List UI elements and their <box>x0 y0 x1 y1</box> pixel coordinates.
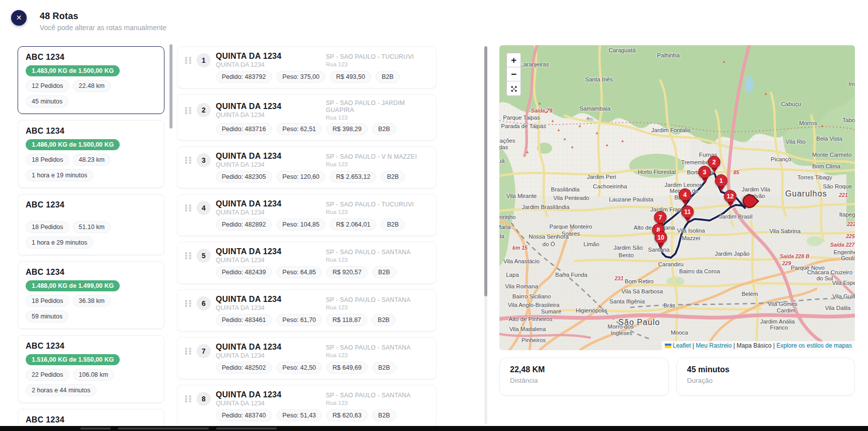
drag-handle-icon[interactable]: ●●●●●● <box>185 395 192 402</box>
stop-number-badge: 3 <box>197 153 211 167</box>
stop-card[interactable]: ●●●●●● 6 QUINTA DA 1234 QUINTA DA 1234 S… <box>177 289 437 332</box>
drag-handle-icon[interactable]: ●●●●●● <box>185 156 192 164</box>
route-plate: ABC 1234 <box>26 415 156 424</box>
stop-card[interactable]: ●●●●●● 1 QUINTA DA 1234 QUINTA DA 1234 S… <box>177 46 437 88</box>
distance-value: 22,48 KM <box>510 365 658 374</box>
stop-pill: B2B <box>372 314 396 326</box>
stop-card[interactable]: ●●●●●● 2 QUINTA DA 1234 QUINTA DA 1234 S… <box>177 94 437 141</box>
stop-pill: Peso: 64,85 <box>277 266 322 278</box>
stops-scrollbar-thumb[interactable] <box>484 46 487 296</box>
stop-pill: Pedido: 483792 <box>216 71 272 83</box>
route-pill: 106.08 km <box>73 369 114 381</box>
drag-handle-icon[interactable]: ●●●●●● <box>185 106 192 114</box>
stop-pill: R$ 493,50 <box>330 71 371 83</box>
route-pills: 18 Pedidos48.23 km1 hora e 19 minutos <box>26 154 156 181</box>
attribution-separator: | <box>692 342 694 349</box>
stop-street: Rua 123 <box>326 400 429 406</box>
route-pill: 18 Pedidos <box>26 154 69 166</box>
route-card[interactable]: ABC 1234 1.488,00 KG de 1.499,00 KG 18 P… <box>18 261 164 329</box>
stop-subtitle: QUINTA DA 1234 <box>216 257 282 264</box>
stop-location: SP - SAO PAULO - SANTANA <box>326 344 429 351</box>
stop-card[interactable]: ●●●●●● 5 QUINTA DA 1234 QUINTA DA 1234 S… <box>177 242 437 284</box>
drag-handle-icon[interactable]: ●●●●●● <box>185 299 192 307</box>
stop-location: SP - SAO PAULO - V N MAZZEI <box>326 153 429 160</box>
route-pill: 45 minutos <box>26 95 68 107</box>
map-styles-link[interactable]: Explore os estilos de mapas <box>776 342 852 349</box>
route-pills: 18 Pedidos36.38 km59 minutos <box>26 295 156 322</box>
stop-number-badge: 1 <box>197 53 211 67</box>
stop-number-badge: 5 <box>197 249 211 263</box>
close-button[interactable]: ✕ <box>11 10 27 26</box>
stop-marker-3[interactable]: 3 <box>699 170 711 182</box>
stop-street: Rua 123 <box>326 61 429 67</box>
route-card[interactable]: ABC 1234 18 Pedidos51.10 km1 hora e 29 m… <box>18 194 164 255</box>
stop-pill: Peso: 375,00 <box>277 71 326 83</box>
fit-bounds-button[interactable] <box>507 81 520 95</box>
route-card[interactable]: ABC 1234 1.486,00 KG de 1.500,00 KG 18 P… <box>18 120 164 188</box>
route-pills: 22 Pedidos106.08 km2 horas e 44 minutos <box>26 369 156 396</box>
drag-handle-icon[interactable]: ●●●●●● <box>185 204 192 211</box>
stop-title: QUINTA DA 1234 <box>216 247 282 256</box>
route-pill: 36.38 km <box>73 295 111 307</box>
zoom-out-button[interactable]: − <box>507 67 520 81</box>
drag-handle-icon[interactable]: ●●●●●● <box>185 56 192 64</box>
map-base-layer <box>499 45 855 350</box>
stop-pill: R$ 118,87 <box>326 314 367 326</box>
route-planner-app: ✕ 48 Rotas Você pode alterar as rotas ma… <box>0 0 868 431</box>
stop-title: QUINTA DA 1234 <box>216 199 282 208</box>
meu-rastreio-link[interactable]: Meu Rastreio <box>696 342 732 349</box>
stop-marker-12[interactable]: 12 <box>724 194 737 206</box>
stop-card[interactable]: ●●●●●● 4 QUINTA DA 1234 QUINTA DA 1234 S… <box>177 194 437 236</box>
stop-subtitle: QUINTA DA 1234 <box>216 352 282 359</box>
route-card[interactable]: ABC 1234 1.483,00 KG de 1.500,00 KG 12 P… <box>18 46 164 114</box>
stop-marker-4[interactable]: 4 <box>679 192 691 205</box>
leaflet-link[interactable]: Leaflet <box>673 342 691 349</box>
stop-marker-11[interactable]: 11 <box>681 209 694 222</box>
stop-subtitle: QUINTA DA 1234 <box>216 209 282 216</box>
stops-list: ●●●●●● 1 QUINTA DA 1234 QUINTA DA 1234 S… <box>177 46 437 428</box>
stop-marker-10[interactable]: 10 <box>655 235 667 248</box>
weight-badge <box>26 213 156 218</box>
stop-pill: B2B <box>372 123 396 135</box>
stop-pill: Pedido: 482439 <box>216 266 272 278</box>
route-card[interactable]: ABC 1234 1.536,00 KG de 1.550,00 KG 23 P… <box>18 409 164 428</box>
stop-subtitle: QUINTA DA 1234 <box>216 400 282 407</box>
stop-street: Rua 123 <box>326 352 429 358</box>
route-pill: 22 Pedidos <box>26 369 69 381</box>
stop-subtitle: QUINTA DA 1234 <box>216 304 282 311</box>
attribution-separator: | <box>773 342 774 349</box>
route-map[interactable]: CaraguatáPalhinhaLaranjeirasSanta InêsIn… <box>499 45 855 350</box>
weight-badge: 1.483,00 KG de 1.500,00 KG <box>26 65 120 76</box>
stop-location: SP - SAO PAULO - SANTANA <box>326 392 429 399</box>
page-subtitle: Você pode alterar as rotas manualmente <box>40 24 166 32</box>
stop-pills: Pedido: 482305Peso: 120,60R$ 2.653,12B2B <box>216 171 429 183</box>
distance-card: 22,48 KM Distância <box>499 358 669 396</box>
duration-value: 45 minutos <box>687 365 844 374</box>
stop-pill: Pedido: 483716 <box>216 123 272 135</box>
routes-scrollbar-thumb[interactable] <box>169 44 172 129</box>
stop-pills: Pedido: 483792Peso: 375,00R$ 493,50B2B <box>216 71 429 83</box>
stop-pill: B2B <box>372 362 396 374</box>
map-zoom-controls: + − <box>506 52 522 96</box>
stop-pill: R$ 2.653,12 <box>330 171 376 183</box>
stop-title: QUINTA DA 1234 <box>216 52 282 61</box>
stop-subtitle: QUINTA DA 1234 <box>216 61 282 68</box>
stop-card[interactable]: ●●●●●● 7 QUINTA DA 1234 QUINTA DA 1234 S… <box>177 337 437 379</box>
route-pill: 1 hora e 19 minutos <box>26 169 94 181</box>
stop-pill: Pedido: 482892 <box>216 219 272 231</box>
page-title: 48 Rotas <box>40 11 78 22</box>
zoom-in-button[interactable]: + <box>507 53 520 67</box>
stop-pill: Pedido: 482305 <box>216 171 272 183</box>
stop-pill: Pedido: 483461 <box>216 314 272 326</box>
stop-card[interactable]: ●●●●●● 8 QUINTA DA 1234 QUINTA DA 1234 S… <box>177 385 437 427</box>
drag-handle-icon[interactable]: ●●●●●● <box>185 252 192 259</box>
stop-card[interactable]: ●●●●●● 3 QUINTA DA 1234 QUINTA DA 1234 S… <box>177 146 437 188</box>
route-pills: 12 Pedidos22.48 km45 minutos <box>26 80 156 107</box>
weight-badge: 1.488,00 KG de 1.499,00 KG <box>26 280 120 291</box>
stop-pill: B2B <box>376 71 400 83</box>
drag-handle-icon[interactable]: ●●●●●● <box>185 347 192 355</box>
route-pill: 18 Pedidos <box>26 295 69 307</box>
route-card[interactable]: ABC 1234 1.516,00 KG de 1.550,00 KG 22 P… <box>18 335 164 403</box>
stop-street: Rua 123 <box>326 304 429 310</box>
stop-marker-1[interactable]: 1 <box>715 178 728 191</box>
